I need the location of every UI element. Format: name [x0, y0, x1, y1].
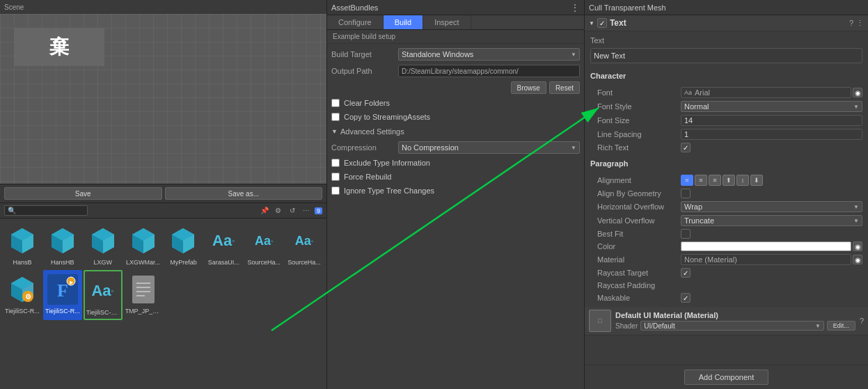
list-item[interactable]: F ▶ TiejiliSC-R... — [43, 270, 82, 320]
character-section-title: Character — [585, 69, 868, 83]
raycast-target-checkbox[interactable]: ✓ — [681, 268, 691, 278]
list-item[interactable]: HansB — [3, 221, 42, 269]
character-section: Font Aa Arial ◉ Font Style Normal ▼ Font… — [585, 83, 868, 157]
copy-streaming-checkbox[interactable] — [331, 113, 340, 121]
build-target-dropdown[interactable]: Standalone Windows ▼ — [398, 48, 580, 61]
save-as-button[interactable]: Save as... — [165, 187, 323, 200]
align-center-btn[interactable]: ≡ — [695, 175, 707, 186]
text-prop-row: Text — [590, 34, 862, 47]
settings-icon[interactable]: ⋮ — [856, 19, 864, 28]
align-top-btn[interactable]: ⬆ — [723, 175, 735, 186]
search-input[interactable] — [18, 207, 84, 214]
material-select-icon[interactable]: ◉ — [853, 255, 862, 264]
f-blue-icon: F ▶ — [46, 273, 79, 306]
align-by-geometry-checkbox[interactable] — [681, 189, 691, 198]
clear-folders-label: Clear Folders — [344, 99, 390, 107]
compression-dropdown[interactable]: No Compression ▼ — [398, 141, 580, 154]
font-style-value: Normal — [684, 102, 709, 111]
list-item[interactable]: Aa◦ SarasaUI... — [204, 221, 243, 269]
asset-label: TiejiliSC-R... — [86, 309, 120, 316]
save-button[interactable]: Save — [4, 187, 162, 200]
font-row: Font Aa Arial ◉ — [590, 86, 862, 100]
advanced-settings-header[interactable]: ▼ Advanced Settings — [331, 126, 580, 137]
svg-rect-29 — [132, 276, 155, 303]
list-item[interactable]: Aa◦ SourceHa... — [244, 221, 283, 269]
add-component-button[interactable]: Add Component — [684, 370, 769, 385]
color-select-icon[interactable]: ◉ — [853, 241, 862, 251]
text-value-input[interactable] — [590, 48, 862, 63]
tab-inspect[interactable]: Inspect — [423, 15, 471, 29]
material-help-icon[interactable]: ? — [860, 317, 864, 325]
align-bottom-btn[interactable]: ⬇ — [750, 175, 763, 186]
line-spacing-row: Line Spacing — [590, 127, 862, 141]
compression-value: No Compression — [402, 143, 459, 152]
force-rebuild-label: Force Rebuild — [344, 173, 391, 181]
list-item[interactable]: Aa◦ SourceHa... — [285, 221, 324, 269]
cube-icon — [166, 224, 200, 257]
align-right-btn[interactable]: ≡ — [709, 175, 721, 186]
component-header[interactable]: ▼ ✓ Text ? ⋮ — [585, 15, 868, 31]
best-fit-label: Best Fit — [590, 230, 681, 238]
exclude-type-row: Exclude Type Information — [331, 158, 580, 168]
line-spacing-label: Line Spacing — [590, 130, 681, 138]
align-by-geometry-row: Align By Geometry — [590, 187, 862, 200]
vertical-overflow-dropdown[interactable]: Truncate ▼ — [681, 215, 862, 226]
asset-label: TiejiliSC-R... — [4, 308, 40, 315]
font-select-icon[interactable]: ◉ — [853, 88, 862, 97]
align-left-btn[interactable]: ≡ — [681, 175, 693, 186]
build-target-label: Build Target — [331, 50, 394, 58]
shader-dropdown[interactable]: UI/Default ▼ — [640, 321, 824, 331]
list-item[interactable]: ⚙ TiejiliSC-R... — [3, 270, 42, 320]
more-icon[interactable]: ⋯ — [301, 205, 312, 216]
align-middle-btn[interactable]: ↕ — [736, 175, 749, 186]
best-fit-checkbox[interactable] — [681, 229, 691, 239]
maskable-label: Maskable — [590, 294, 681, 302]
help-icon[interactable]: ? — [849, 19, 853, 28]
material-field[interactable]: None (Material) — [681, 254, 851, 265]
refresh-icon[interactable]: ↺ — [287, 205, 298, 216]
edit-button[interactable]: Edit... — [827, 321, 855, 331]
list-item[interactable]: MyPrefab — [164, 221, 203, 269]
svg-rect-32 — [136, 291, 150, 292]
pin-icon[interactable]: 📌 — [259, 205, 270, 216]
font-style-dropdown[interactable]: Normal ▼ — [681, 101, 862, 112]
asset-label: TiejiliSC-R... — [45, 308, 81, 315]
list-item[interactable]: Aa◦ TiejiliSC-R... — [84, 270, 123, 320]
color-picker[interactable] — [681, 241, 851, 251]
force-rebuild-checkbox[interactable] — [331, 173, 340, 181]
compression-row: Compression No Compression ▼ — [331, 141, 580, 154]
cube-icon — [86, 224, 120, 257]
font-size-input[interactable] — [681, 115, 862, 126]
list-item[interactable]: HansHB — [43, 221, 82, 269]
build-form: Build Target Standalone Windows ▼ Output… — [327, 44, 584, 389]
raycast-target-label: Raycast Target — [590, 269, 681, 277]
search-box[interactable]: 🔍 — [4, 205, 88, 216]
ignore-type-tree-checkbox[interactable] — [331, 186, 340, 195]
tab-build[interactable]: Build — [384, 15, 423, 29]
list-item[interactable]: LXGW — [84, 221, 123, 269]
rich-text-label: Rich Text — [590, 143, 681, 152]
chevron-down-icon: ▼ — [815, 323, 821, 329]
aa-selected-icon: Aa◦ — [86, 274, 120, 308]
browse-button[interactable]: Browse — [511, 81, 546, 94]
output-path-row: Output Path D:/SteamLibrary/steamapps/co… — [331, 65, 580, 77]
list-item[interactable]: LXGWMar... — [124, 221, 163, 269]
list-item[interactable]: TMP_JP_S... — [124, 270, 163, 320]
copy-streaming-label: Copy to StreamingAssets — [344, 113, 430, 121]
line-spacing-input[interactable] — [681, 129, 862, 140]
filter-icon[interactable]: ⚙ — [273, 205, 284, 216]
compression-label: Compression — [331, 143, 394, 152]
font-field[interactable]: Aa Arial — [681, 87, 851, 98]
horizontal-overflow-dropdown[interactable]: Wrap ▼ — [681, 201, 862, 212]
clear-folders-checkbox[interactable] — [331, 99, 340, 107]
exclude-type-checkbox[interactable] — [331, 159, 340, 167]
paragraph-section-title: Paragraph — [585, 157, 868, 170]
reset-button[interactable]: Reset — [549, 81, 580, 94]
panel-menu-icon[interactable]: ⋮ — [570, 2, 580, 13]
asset-label: TMP_JP_S... — [125, 308, 161, 315]
maskable-checkbox[interactable]: ✓ — [681, 293, 691, 303]
svg-text:F: F — [57, 280, 68, 301]
component-enabled-checkbox[interactable]: ✓ — [597, 18, 607, 28]
rich-text-checkbox[interactable]: ✓ — [681, 143, 691, 152]
tab-configure[interactable]: Configure — [327, 15, 384, 29]
